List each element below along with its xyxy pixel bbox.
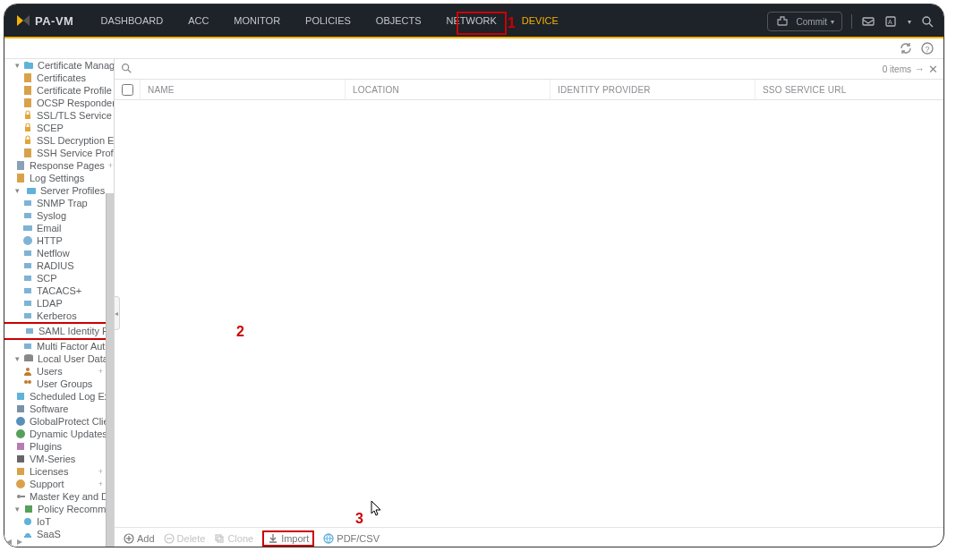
sidebar-item-cert-profile[interactable]: Certificate Profile (4, 84, 114, 97)
sidebar-item-user-groups[interactable]: User Groups (4, 378, 114, 390)
sidebar-collapse-handle[interactable]: ◂ (115, 296, 120, 330)
saml-icon (24, 326, 35, 336)
sidebar-label: SAML Identity Provider (38, 325, 115, 337)
nav-tab-monitor[interactable]: MONITOR (234, 4, 280, 37)
sidebar-item-ssl-decrypt[interactable]: SSL Decryption Exclusio (4, 134, 114, 147)
sidebar-item-certificates[interactable]: Certificates (4, 72, 114, 84)
sidebar-item-email[interactable]: Email (4, 222, 114, 234)
sidebar-label: Plugins (30, 440, 62, 453)
column-header-idp[interactable]: IDENTITY PROVIDER (551, 80, 755, 99)
sidebar-item-netflow[interactable]: Netflow (4, 247, 114, 259)
sidebar-item-saml[interactable]: SAML Identity Provider (4, 322, 114, 340)
db-icon (23, 353, 34, 364)
sidebar-item-cert-mgmt[interactable]: ▾ Certificate Management (4, 59, 114, 72)
sidebar-item-vm-series[interactable]: VM-Series (4, 453, 114, 465)
sidebar-label: Syslog (37, 209, 66, 222)
import-button[interactable]: Import (262, 530, 314, 547)
add-button[interactable]: Add (124, 533, 155, 544)
notification-icon[interactable] (861, 14, 875, 29)
log-icon (15, 173, 26, 183)
nav-tab-acc[interactable]: ACC (188, 4, 209, 37)
commit-icon (775, 14, 790, 29)
svg-line-4 (929, 23, 933, 27)
pdf-csv-button[interactable]: PDF/CSV (323, 533, 380, 544)
nav-tab-device[interactable]: DEVICE (522, 4, 559, 37)
sidebar-item-gp-client[interactable]: GlobalProtect Client (4, 415, 114, 428)
svg-rect-15 (24, 148, 31, 157)
sidebar-item-users[interactable]: Users+ (4, 365, 114, 378)
column-header-name[interactable]: NAME (141, 80, 346, 99)
sidebar-label: Server Profiles (40, 184, 105, 197)
sidebar-label: SCP (37, 272, 57, 284)
sidebar-next-icon[interactable]: ▸ (17, 535, 22, 547)
sidebar-prev-icon[interactable]: ◂ (6, 535, 12, 547)
sidebar-item-ocsp[interactable]: OCSP Responder (4, 97, 114, 109)
add-icon[interactable]: + (108, 159, 115, 172)
sidebar-item-syslog[interactable]: Syslog (4, 209, 114, 222)
sidebar-item-support[interactable]: Support+ (4, 478, 114, 490)
sidebar-item-radius[interactable]: RADIUS (4, 259, 114, 272)
support-icon (15, 479, 26, 489)
lock-icon (22, 123, 33, 133)
search-icon[interactable] (920, 14, 935, 29)
sidebar-label: Master Key and Diagnostics (30, 490, 115, 503)
clone-button: Clone (214, 533, 253, 544)
ocsp-icon (22, 98, 33, 108)
sidebar-item-tacacs[interactable]: TACACS+ (4, 284, 114, 297)
select-all-checkbox[interactable] (122, 84, 133, 96)
search-input[interactable] (136, 63, 879, 75)
svg-rect-26 (24, 288, 31, 293)
sidebar-label: Kerberos (37, 310, 77, 322)
sidebar-item-ssltls[interactable]: SSL/TLS Service Profile (4, 109, 114, 122)
sidebar-item-sched-log[interactable]: Scheduled Log Export (4, 390, 114, 403)
sidebar-item-log-settings[interactable]: Log Settings (4, 172, 114, 184)
help-icon[interactable]: ? (920, 41, 935, 55)
sidebar-item-master-key[interactable]: Master Key and Diagnostics (4, 490, 114, 503)
sidebar-label: SSH Service Profile (37, 147, 115, 159)
add-label: Add (137, 533, 155, 544)
sidebar-label: Scheduled Log Export (30, 390, 115, 403)
sidebar-item-scp[interactable]: SCP (4, 272, 114, 284)
sidebar-item-local-user-db[interactable]: ▾Local User Database (4, 352, 114, 365)
commit-button[interactable]: Commit ▾ (767, 12, 842, 31)
sidebar-item-licenses[interactable]: Licenses+ (4, 465, 114, 478)
sidebar-item-ssh-profile[interactable]: SSH Service Profile (4, 147, 114, 159)
sidebar-item-scep[interactable]: SCEP (4, 122, 114, 134)
sidebar-item-software[interactable]: Software (4, 403, 114, 415)
sidebar-item-policy-rec[interactable]: ▾Policy Recommendation (4, 503, 114, 515)
svg-rect-46 (25, 505, 32, 513)
sidebar-item-snmp[interactable]: SNMP Trap (4, 197, 114, 209)
svg-rect-41 (17, 455, 24, 462)
svg-point-44 (17, 495, 21, 498)
nav-tab-network[interactable]: NETWORK (447, 4, 497, 37)
user-icon (22, 366, 33, 377)
go-arrow-icon[interactable]: → (915, 64, 925, 74)
close-icon[interactable]: ✕ (928, 63, 938, 76)
delete-label: Delete (177, 533, 206, 544)
language-icon[interactable]: A (884, 14, 899, 29)
sidebar-item-response-pages[interactable]: Response Pages+ (4, 159, 114, 172)
sidebar-item-kerberos[interactable]: Kerberos (4, 310, 114, 322)
svg-rect-48 (24, 536, 31, 538)
column-header-location[interactable]: LOCATION (346, 80, 551, 99)
sidebar-scrollbar[interactable] (106, 193, 114, 547)
sidebar-item-mfa[interactable]: Multi Factor Authenticat (4, 340, 114, 352)
search-icon (120, 62, 132, 76)
sidebar-item-server-profiles[interactable]: ▾Server Profiles (4, 184, 114, 197)
clone-label: Clone (227, 533, 253, 544)
svg-rect-36 (17, 393, 24, 400)
nav-tab-policies[interactable]: POLICIES (305, 4, 351, 37)
column-header-sso[interactable]: SSO SERVICE URL (755, 80, 943, 99)
key-icon (15, 491, 26, 502)
sidebar-item-iot[interactable]: IoT (4, 515, 114, 528)
sidebar-item-plugins[interactable]: Plugins (4, 440, 114, 453)
svg-rect-18 (27, 188, 36, 194)
sidebar-item-http[interactable]: HTTP (4, 234, 114, 247)
sidebar-label: SaaS (37, 528, 61, 540)
sidebar-item-dyn-updates[interactable]: Dynamic Updates+ (4, 428, 114, 440)
brand-icon (17, 14, 30, 27)
sidebar-item-ldap[interactable]: LDAP (4, 297, 114, 310)
nav-tab-dashboard[interactable]: DASHBOARD (100, 4, 163, 37)
nav-tab-objects[interactable]: OBJECTS (376, 4, 422, 37)
refresh-icon[interactable] (899, 41, 913, 55)
